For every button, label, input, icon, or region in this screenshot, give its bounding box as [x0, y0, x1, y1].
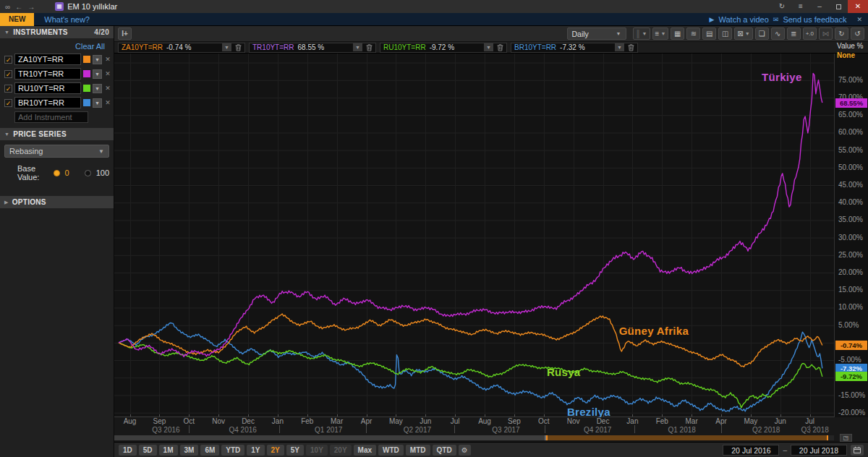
link-icon[interactable]: ∞: [5, 3, 10, 11]
range-button-6m[interactable]: 6M: [200, 445, 219, 456]
base-value-0-radio[interactable]: [54, 170, 60, 176]
feedback-link[interactable]: Send us feedback: [783, 15, 846, 24]
delete-series-icon[interactable]: [235, 44, 242, 51]
chart-wizard-icon[interactable]: ∿: [771, 27, 785, 40]
remove-instrument-icon[interactable]: ✕: [104, 70, 111, 77]
range-settings-button[interactable]: ⚙: [459, 445, 471, 456]
insert-instrument-icon[interactable]: I+: [118, 27, 132, 40]
month-tick-label: Jul: [798, 417, 822, 425]
range-button-max[interactable]: Max: [354, 445, 376, 456]
interval-value: Daily: [572, 30, 589, 38]
whats-new-link[interactable]: What's new?: [44, 15, 90, 24]
chevron-down-icon[interactable]: ▼: [93, 55, 102, 64]
overlay-curves-icon[interactable]: ≋: [686, 27, 700, 40]
interval-dropdown[interactable]: Daily ▼: [567, 27, 626, 40]
rebasing-value: Rebasing: [9, 147, 43, 155]
series-color-swatch[interactable]: [83, 99, 90, 106]
series-line-RU10YT=RR[interactable]: [119, 343, 822, 408]
minimize-icon[interactable]: –: [810, 0, 829, 13]
decimals-icon[interactable]: +.0: [803, 27, 817, 40]
history-icon[interactable]: ↺: [851, 27, 864, 40]
range-button-wtd[interactable]: WTD: [378, 445, 404, 456]
remove-instrument-icon[interactable]: ✕: [104, 85, 111, 92]
layout-grid-icon[interactable]: ▦: [671, 27, 684, 40]
series-color-swatch[interactable]: [83, 70, 90, 77]
rebasing-dropdown[interactable]: Rebasing ▼: [4, 145, 109, 158]
start-date-input[interactable]: 20 Jul 2016: [723, 445, 779, 456]
history-icon: ↺: [854, 30, 860, 38]
fit-range-button[interactable]: ◳: [840, 434, 852, 442]
value-axis[interactable]: Value % None 75.00%70.00%65.00%60.00%55.…: [834, 54, 868, 417]
menu-icon[interactable]: ≡: [791, 0, 810, 13]
chevron-down-icon[interactable]: ▼: [222, 43, 231, 51]
instrument-checkbox[interactable]: ✓: [4, 56, 12, 64]
instrument-input[interactable]: [14, 68, 81, 80]
instrument-input[interactable]: [14, 97, 81, 108]
options-section-header[interactable]: ▶ OPTIONS: [0, 196, 114, 208]
legend-chip[interactable]: TR10YT=RR68.55 %▼: [249, 43, 376, 53]
watch-video-link[interactable]: Watch a video: [719, 15, 769, 24]
legend-chip[interactable]: BR10YT=RR-7.32 %▼: [511, 43, 638, 53]
legend-chip[interactable]: ZA10YT=RR-0.74 %▼: [118, 43, 245, 53]
remove-instrument-icon[interactable]: ✕: [104, 56, 111, 63]
clear-all-link[interactable]: Clear All: [0, 38, 114, 52]
chart-canvas[interactable]: [114, 54, 834, 417]
chevron-down-icon[interactable]: ▼: [93, 84, 102, 93]
base-value-100-radio[interactable]: [85, 170, 91, 176]
chevron-down-icon[interactable]: ▼: [93, 69, 102, 79]
add-instrument-input[interactable]: [14, 111, 88, 123]
instrument-checkbox[interactable]: ✓: [4, 85, 12, 93]
save-chart-icon[interactable]: ◫: [718, 27, 732, 40]
back-icon[interactable]: ←: [15, 3, 22, 11]
copy-chart-icon[interactable]: ❏: [755, 27, 769, 40]
export-excel-icon[interactable]: ⊠▼: [734, 27, 752, 40]
chevron-down-icon[interactable]: ▼: [484, 43, 493, 51]
range-button-3m[interactable]: 3M: [180, 445, 199, 456]
range-button-mtd[interactable]: MTD: [406, 445, 430, 456]
decimals-icon: +.0: [806, 30, 814, 37]
chevron-down-icon[interactable]: ▼: [615, 43, 624, 51]
close-icon[interactable]: ✕: [848, 0, 868, 13]
instrument-input[interactable]: [14, 54, 81, 65]
end-date-input[interactable]: 20 Jul 2018: [791, 445, 847, 456]
delete-series-icon[interactable]: [366, 44, 373, 51]
remove-instrument-icon[interactable]: ✕: [104, 99, 111, 106]
plot-region[interactable]: TürkiyeGüney AfrikaRusyaBrezilya: [114, 54, 834, 417]
range-button-1d[interactable]: 1D: [119, 445, 137, 456]
delete-series-icon[interactable]: [628, 44, 634, 51]
range-button-qtd[interactable]: QTD: [433, 445, 456, 456]
month-tick-label: Nov: [206, 417, 231, 425]
field-list-icon[interactable]: ≣: [787, 27, 801, 40]
instrument-checkbox[interactable]: ✓: [4, 70, 12, 78]
calendar-icon[interactable]: [851, 445, 864, 456]
range-button-5d[interactable]: 5D: [139, 445, 157, 456]
forward-icon[interactable]: →: [27, 3, 35, 11]
series-line-BR10YT=RR[interactable]: [119, 323, 822, 411]
refresh-icon[interactable]: ↻: [835, 27, 848, 40]
time-scrollbar[interactable]: [114, 435, 834, 440]
instruments-section-header[interactable]: ▼ INSTRUMENTS 4/20: [0, 26, 114, 38]
range-button-1y[interactable]: 1Y: [247, 445, 264, 456]
chevron-down-icon[interactable]: ▼: [353, 43, 362, 51]
series-color-swatch[interactable]: [83, 56, 90, 63]
range-button-5y[interactable]: 5Y: [286, 445, 304, 456]
close-banner-icon[interactable]: ✕: [856, 16, 862, 23]
range-button-1m[interactable]: 1M: [159, 445, 178, 456]
quarter-tick-mark: [366, 425, 367, 433]
refresh-icon[interactable]: ↻: [773, 0, 791, 13]
scrollbar-selected-range[interactable]: [546, 435, 828, 440]
range-button-2y[interactable]: 2Y: [267, 445, 284, 456]
instrument-input[interactable]: [14, 82, 81, 94]
range-button-ytd[interactable]: YTD: [221, 445, 244, 456]
legend-chip[interactable]: RU10YT=RR-9.72 %▼: [380, 43, 507, 53]
open-chart-icon[interactable]: ▤: [702, 27, 716, 40]
instrument-checkbox[interactable]: ✓: [4, 99, 12, 107]
chevron-down-icon[interactable]: ▼: [93, 98, 102, 108]
layout-grid-icon: ▦: [674, 30, 681, 38]
delete-series-icon[interactable]: [497, 44, 503, 51]
price-series-section-header[interactable]: ▼ PRICE SERIES: [0, 128, 114, 140]
legend-rows-icon[interactable]: ≡▼: [652, 27, 669, 40]
scrollbar-left-segment[interactable]: [114, 435, 546, 440]
series-color-swatch[interactable]: [83, 85, 90, 92]
restore-icon[interactable]: [829, 0, 848, 13]
